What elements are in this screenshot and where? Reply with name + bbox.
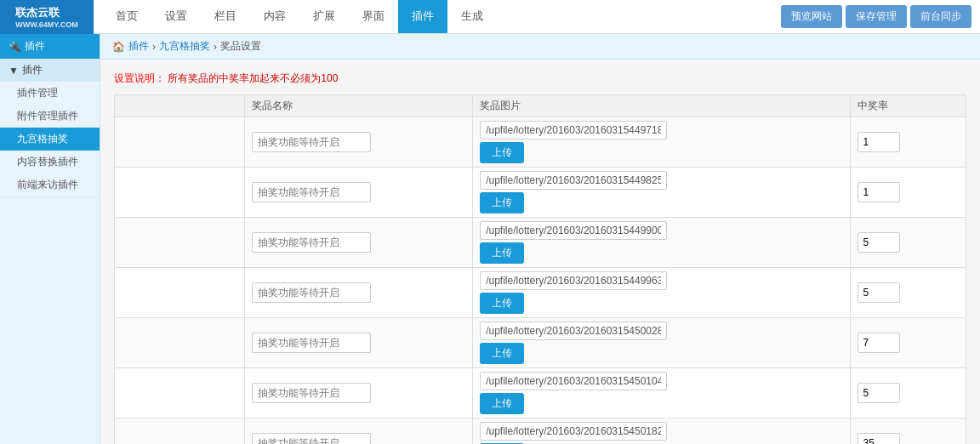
- table-row-4: 上传: [115, 268, 966, 318]
- main-layout: 🔌 插件 ▼ 插件 插件管理附件管理插件九宫格抽奖内容替换插件前端来访插件 🏠 …: [0, 34, 980, 444]
- prize-image-path-input-3[interactable]: [480, 221, 667, 240]
- prize-rate-cell-6: [850, 368, 966, 418]
- sidebar-item-内容替换插件[interactable]: 内容替换插件: [0, 151, 100, 174]
- upload-button-2[interactable]: 上传: [480, 192, 524, 213]
- triangle-icon: ▼: [9, 65, 19, 77]
- content-area: 设置说明： 所有奖品的中奖率加起来不必须为100 奖品名称 奖品图片 中奖率 上…: [100, 60, 980, 444]
- prize-name-input-4[interactable]: [252, 282, 371, 303]
- upload-button-6[interactable]: 上传: [480, 393, 524, 414]
- prize-row-label-7: [115, 418, 245, 445]
- prize-image-cell-1: 上传: [473, 117, 850, 168]
- table-row-2: 上传: [115, 168, 966, 218]
- col-header-image: 奖品图片: [473, 95, 850, 117]
- prize-image-cell-5: 上传: [473, 318, 850, 368]
- upload-button-4[interactable]: 上传: [480, 293, 524, 314]
- home-icon: 🏠: [112, 41, 125, 53]
- nav-item-界面[interactable]: 界面: [349, 0, 398, 33]
- table-row-6: 上传: [115, 368, 966, 418]
- prize-name-cell-2: [245, 168, 473, 218]
- prize-rate-cell-4: [850, 268, 966, 318]
- prize-rate-cell-7: [850, 418, 966, 445]
- prize-row-label-2: [115, 168, 245, 218]
- nav-item-设置[interactable]: 设置: [151, 0, 201, 33]
- prize-name-input-7[interactable]: [252, 433, 371, 444]
- top-btn-前台同步[interactable]: 前台同步: [910, 5, 971, 28]
- top-right-buttons: 预览网站保存管理前台同步: [781, 5, 980, 28]
- prize-name-input-6[interactable]: [252, 383, 371, 403]
- sidebar-header-label: 插件: [25, 39, 45, 54]
- prize-image-path-input-7[interactable]: [480, 422, 667, 441]
- prize-rate-input-2[interactable]: [858, 182, 900, 202]
- prize-rate-input-6[interactable]: [858, 383, 900, 403]
- prize-name-cell-4: [245, 268, 473, 318]
- table-header-row: 奖品名称 奖品图片 中奖率: [115, 95, 966, 117]
- sidebar-group-plugins: ▼ 插件 插件管理附件管理插件九宫格抽奖内容替换插件前端来访插件: [0, 59, 100, 197]
- upload-button-1[interactable]: 上传: [480, 142, 524, 163]
- notice-text: 所有奖品的中奖率加起来不必须为100: [168, 72, 338, 84]
- prize-name-cell-7: [245, 418, 473, 445]
- prize-rate-input-5[interactable]: [858, 333, 900, 353]
- prize-image-path-input-4[interactable]: [480, 271, 667, 290]
- nav-item-扩展[interactable]: 扩展: [299, 0, 349, 33]
- upload-button-5[interactable]: 上传: [480, 343, 524, 364]
- prize-name-input-2[interactable]: [252, 182, 371, 202]
- breadcrumb-sep1: ›: [152, 41, 156, 53]
- logo: 联杰云联 WWW.64MY.COM: [0, 0, 94, 34]
- prize-rate-input-4[interactable]: [858, 282, 900, 303]
- prize-image-cell-4: 上传: [473, 268, 850, 318]
- prize-image-cell-6: 上传: [473, 368, 850, 418]
- prize-name-cell-5: [245, 318, 473, 368]
- nav-item-栏目[interactable]: 栏目: [201, 0, 250, 33]
- col-header-setting: [115, 95, 245, 117]
- upload-button-3[interactable]: 上传: [480, 242, 524, 264]
- nav-item-首页[interactable]: 首页: [102, 0, 151, 33]
- sidebar-group-label: 插件: [22, 63, 43, 77]
- prize-name-cell-6: [245, 368, 473, 418]
- prize-row-label-4: [115, 268, 245, 318]
- prize-image-path-input-6[interactable]: [480, 372, 667, 390]
- prize-name-input-5[interactable]: [252, 333, 371, 353]
- sidebar-header: 🔌 插件: [0, 34, 100, 59]
- table-row-3: 上传: [115, 218, 966, 268]
- prize-name-input-3[interactable]: [252, 232, 371, 253]
- prize-image-path-input-5[interactable]: [480, 322, 667, 340]
- notice-label: 设置说明：: [114, 72, 165, 84]
- breadcrumb-lottery[interactable]: 九宫格抽奖: [159, 39, 210, 54]
- sidebar-item-前端来访插件[interactable]: 前端来访插件: [0, 174, 100, 196]
- prize-image-path-input-2[interactable]: [480, 171, 667, 190]
- logo-sub: WWW.64MY.COM: [15, 20, 78, 29]
- nav-item-内容[interactable]: 内容: [250, 0, 299, 33]
- prize-name-input-1[interactable]: [252, 132, 371, 152]
- prize-image-path-input-1[interactable]: [480, 121, 667, 139]
- prize-image-cell-3: 上传: [473, 218, 850, 268]
- nav-item-插件[interactable]: 插件: [398, 0, 447, 33]
- top-btn-预览网站[interactable]: 预览网站: [781, 5, 842, 28]
- prize-rate-input-7[interactable]: [858, 433, 900, 444]
- prize-rate-input-3[interactable]: [858, 232, 900, 253]
- sidebar-item-插件管理[interactable]: 插件管理: [0, 82, 100, 105]
- nav-item-生成[interactable]: 生成: [447, 0, 497, 33]
- breadcrumb: 🏠 插件 › 九宫格抽奖 › 奖品设置: [100, 34, 980, 60]
- breadcrumb-sep2: ›: [214, 41, 217, 53]
- prize-rate-cell-3: [850, 218, 966, 268]
- table-row-1: 上传: [115, 117, 966, 168]
- top-navigation: 联杰云联 WWW.64MY.COM 首页设置栏目内容扩展界面插件生成 预览网站保…: [0, 0, 980, 34]
- prize-name-cell-1: [245, 117, 473, 168]
- table-row-5: 上传: [115, 318, 966, 368]
- breadcrumb-current: 奖品设置: [220, 39, 261, 54]
- sidebar-item-九宫格抽奖[interactable]: 九宫格抽奖: [0, 128, 100, 151]
- sidebar-item-附件管理插件[interactable]: 附件管理插件: [0, 105, 100, 128]
- breadcrumb-plugins[interactable]: 插件: [128, 39, 149, 54]
- sidebar-group-title-plugins[interactable]: ▼ 插件: [0, 59, 100, 82]
- prize-row-label-5: [115, 318, 245, 368]
- prize-row-label-3: [115, 218, 245, 268]
- top-btn-保存管理[interactable]: 保存管理: [846, 5, 907, 28]
- prize-rate-cell-5: [850, 318, 966, 368]
- prize-image-cell-2: 上传: [473, 168, 850, 218]
- prize-table: 奖品名称 奖品图片 中奖率 上传上传上传上传上传上传上传上传: [114, 94, 966, 444]
- sidebar: 🔌 插件 ▼ 插件 插件管理附件管理插件九宫格抽奖内容替换插件前端来访插件: [0, 34, 100, 444]
- prize-rate-input-1[interactable]: [858, 132, 900, 152]
- prize-row-label-6: [115, 368, 245, 418]
- col-header-rate: 中奖率: [850, 95, 966, 117]
- prize-image-cell-7: 上传: [473, 418, 850, 445]
